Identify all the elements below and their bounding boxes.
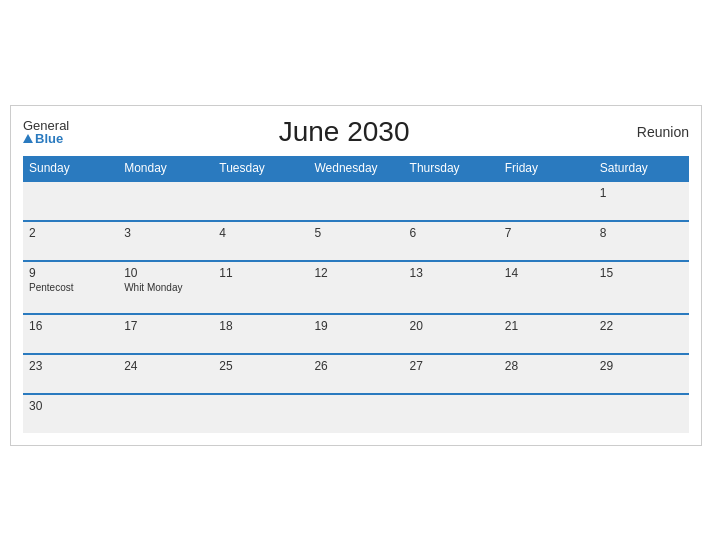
day-cell: 30	[23, 394, 118, 433]
day-number: 30	[29, 399, 112, 413]
day-cell	[213, 181, 308, 221]
day-cell: 20	[404, 314, 499, 354]
week-row-5: 23242526272829	[23, 354, 689, 394]
day-cell: 29	[594, 354, 689, 394]
day-cell: 15	[594, 261, 689, 314]
week-row-1: 1	[23, 181, 689, 221]
day-number: 3	[124, 226, 207, 240]
day-number: 17	[124, 319, 207, 333]
day-number: 7	[505, 226, 588, 240]
week-row-4: 16171819202122	[23, 314, 689, 354]
day-number: 1	[600, 186, 683, 200]
day-number: 15	[600, 266, 683, 280]
calendar-region: Reunion	[619, 124, 689, 140]
day-cell: 17	[118, 314, 213, 354]
day-cell: 26	[308, 354, 403, 394]
day-number: 12	[314, 266, 397, 280]
day-cell	[118, 181, 213, 221]
day-cell	[213, 394, 308, 433]
day-number: 26	[314, 359, 397, 373]
day-number: 14	[505, 266, 588, 280]
day-cell: 21	[499, 314, 594, 354]
day-cell	[404, 181, 499, 221]
day-number: 28	[505, 359, 588, 373]
day-number: 24	[124, 359, 207, 373]
day-cell: 10Whit Monday	[118, 261, 213, 314]
day-cell	[404, 394, 499, 433]
day-cell: 13	[404, 261, 499, 314]
day-cell: 12	[308, 261, 403, 314]
day-cell: 14	[499, 261, 594, 314]
day-number: 11	[219, 266, 302, 280]
day-number: 16	[29, 319, 112, 333]
day-cell: 22	[594, 314, 689, 354]
day-cell: 11	[213, 261, 308, 314]
day-number: 9	[29, 266, 112, 280]
logo-blue-text: Blue	[23, 132, 69, 145]
day-number: 29	[600, 359, 683, 373]
day-cell: 7	[499, 221, 594, 261]
calendar-title: June 2030	[69, 116, 619, 148]
day-number: 18	[219, 319, 302, 333]
day-number: 20	[410, 319, 493, 333]
calendar-container: General Blue June 2030 Reunion SundayMon…	[10, 105, 702, 446]
logo: General Blue	[23, 119, 69, 145]
calendar-header: General Blue June 2030 Reunion	[23, 116, 689, 148]
day-cell: 6	[404, 221, 499, 261]
weekday-header-wednesday: Wednesday	[308, 156, 403, 181]
day-number: 4	[219, 226, 302, 240]
week-row-6: 30	[23, 394, 689, 433]
day-number: 23	[29, 359, 112, 373]
day-cell: 27	[404, 354, 499, 394]
day-cell	[499, 394, 594, 433]
logo-triangle-icon	[23, 134, 33, 143]
day-cell: 25	[213, 354, 308, 394]
day-cell: 1	[594, 181, 689, 221]
day-cell	[594, 394, 689, 433]
day-number: 22	[600, 319, 683, 333]
day-cell	[118, 394, 213, 433]
day-cell: 19	[308, 314, 403, 354]
day-cell: 3	[118, 221, 213, 261]
day-cell: 24	[118, 354, 213, 394]
day-number: 10	[124, 266, 207, 280]
day-cell: 4	[213, 221, 308, 261]
day-cell: 18	[213, 314, 308, 354]
day-cell	[499, 181, 594, 221]
week-row-2: 2345678	[23, 221, 689, 261]
day-cell: 5	[308, 221, 403, 261]
day-number: 2	[29, 226, 112, 240]
day-number: 27	[410, 359, 493, 373]
day-cell: 2	[23, 221, 118, 261]
day-number: 21	[505, 319, 588, 333]
day-cell: 28	[499, 354, 594, 394]
day-number: 5	[314, 226, 397, 240]
day-number: 8	[600, 226, 683, 240]
day-number: 13	[410, 266, 493, 280]
day-cell	[308, 394, 403, 433]
weekday-header-row: SundayMondayTuesdayWednesdayThursdayFrid…	[23, 156, 689, 181]
calendar-table: SundayMondayTuesdayWednesdayThursdayFrid…	[23, 156, 689, 433]
weekday-header-monday: Monday	[118, 156, 213, 181]
weekday-header-tuesday: Tuesday	[213, 156, 308, 181]
day-cell	[308, 181, 403, 221]
day-cell: 16	[23, 314, 118, 354]
weekday-header-saturday: Saturday	[594, 156, 689, 181]
day-cell: 23	[23, 354, 118, 394]
day-cell	[23, 181, 118, 221]
logo-general-text: General	[23, 119, 69, 132]
day-event: Pentecost	[29, 282, 112, 293]
day-event: Whit Monday	[124, 282, 207, 293]
weekday-header-thursday: Thursday	[404, 156, 499, 181]
weekday-header-friday: Friday	[499, 156, 594, 181]
day-cell: 8	[594, 221, 689, 261]
day-number: 19	[314, 319, 397, 333]
weekday-header-sunday: Sunday	[23, 156, 118, 181]
day-cell: 9Pentecost	[23, 261, 118, 314]
day-number: 25	[219, 359, 302, 373]
week-row-3: 9Pentecost10Whit Monday1112131415	[23, 261, 689, 314]
day-number: 6	[410, 226, 493, 240]
